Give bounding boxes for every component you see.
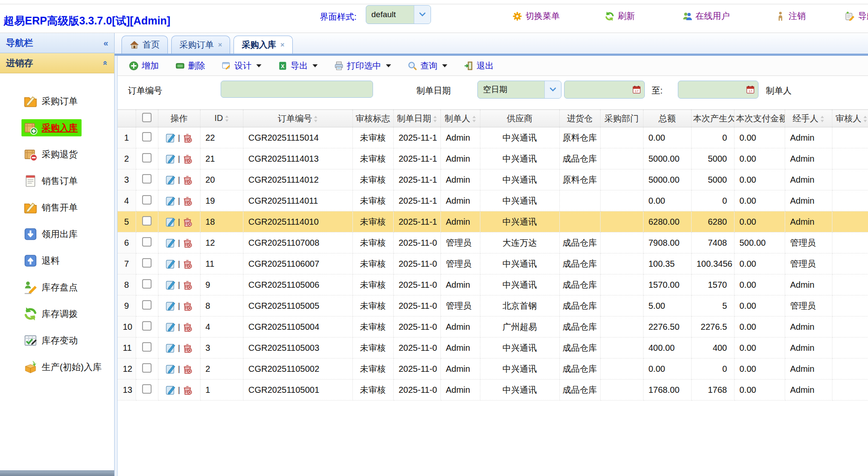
table-row[interactable]: 4|19CGR20251114011未审核2025-11-1Admin中兴通讯0… <box>118 190 868 211</box>
table-row[interactable]: 11|3CGR20251105003未审核2025-11-0Admin中兴通讯成… <box>118 337 868 359</box>
column-header-date[interactable]: 制单日期 <box>393 110 440 127</box>
edit-icon[interactable] <box>165 384 176 396</box>
sidebar-item-purchase-return[interactable]: 采购退货 <box>0 141 114 168</box>
trash-icon[interactable] <box>182 384 193 396</box>
row-checkbox[interactable] <box>142 258 152 268</box>
calendar-icon[interactable]: 17 <box>745 84 756 95</box>
sort-icon[interactable] <box>472 114 476 124</box>
edit-icon[interactable] <box>165 195 176 207</box>
sidebar-section-inventory[interactable]: 进销存 « <box>0 53 114 73</box>
close-icon[interactable]: × <box>218 41 222 49</box>
row-checkbox[interactable] <box>142 363 152 373</box>
style-select[interactable]: default <box>366 5 431 24</box>
trash-icon[interactable] <box>182 153 193 165</box>
sidebar-item-sales-billing[interactable]: 销售开单 <box>0 194 114 221</box>
sort-icon[interactable] <box>225 114 229 124</box>
date-mode-select[interactable]: 空日期 <box>477 81 561 99</box>
collapse-left-icon[interactable]: « <box>103 38 108 48</box>
row-checkbox[interactable] <box>142 237 152 247</box>
edit-icon[interactable] <box>165 174 176 186</box>
row-checkbox[interactable] <box>142 279 152 289</box>
table-row[interactable]: 8|9CGR20251105006未审核2025-11-0Admin中兴通讯成品… <box>118 274 868 295</box>
table-row[interactable]: 12|2CGR20251105002未审核2025-11-0Admin中兴通讯成… <box>118 359 868 380</box>
row-checkbox[interactable] <box>142 342 152 352</box>
close-icon[interactable]: × <box>280 41 284 49</box>
sort-icon[interactable] <box>820 114 824 124</box>
trash-icon[interactable] <box>182 258 193 270</box>
edit-icon[interactable] <box>165 279 176 291</box>
trash-icon[interactable] <box>182 279 193 291</box>
table-row[interactable]: 7|11CGR20251106007未审核2025-11-0管理员中兴通讯成品仓… <box>118 253 868 274</box>
column-header-handler[interactable]: 经手人 <box>785 110 832 127</box>
delete-button[interactable]: 删除 <box>175 60 205 72</box>
column-header-order-no[interactable]: 订单编号 <box>243 110 352 127</box>
topnav-online-users[interactable]: 在线用户 <box>682 10 730 22</box>
row-checkbox[interactable] <box>142 300 152 310</box>
row-checkbox[interactable] <box>142 132 152 142</box>
topnav-logout[interactable]: 注销 <box>775 10 806 22</box>
table-row[interactable]: 2|21CGR20251114013未审核2025-11-1Admin中兴通讯成… <box>118 148 868 169</box>
sidebar-item-requisition-outbound[interactable]: 领用出库 <box>0 221 114 247</box>
row-checkbox[interactable] <box>142 153 152 163</box>
edit-icon[interactable] <box>165 321 176 333</box>
sidebar-item-sales-order[interactable]: 销售订单 <box>0 168 114 194</box>
column-header-select[interactable] <box>136 110 158 127</box>
table-row[interactable]: 1|22CGR20251115014未审核2025-11-1Admin中兴通讯原… <box>118 127 868 148</box>
sidebar-item-stock-count[interactable]: 库存盘点 <box>0 274 114 301</box>
order-no-input[interactable] <box>221 81 373 98</box>
sidebar-item-purchase-inbound[interactable]: 采购入库 <box>0 114 114 141</box>
row-checkbox[interactable] <box>142 216 152 226</box>
sidebar-item-stock-transfer[interactable]: 库存调拨 <box>0 301 114 327</box>
topnav-switch-menu[interactable]: 切换菜单 <box>512 10 560 22</box>
edit-icon[interactable] <box>165 153 176 165</box>
design-button[interactable]: 设计 <box>222 60 261 72</box>
column-header-maker[interactable]: 制单人 <box>440 110 480 127</box>
tab-home[interactable]: 首页 <box>121 36 168 54</box>
edit-icon[interactable] <box>165 342 176 354</box>
table-row[interactable]: 5|18CGR20251114010未审核2025-11-1Admin中兴通讯6… <box>118 211 868 232</box>
trash-icon[interactable] <box>182 216 193 228</box>
trash-icon[interactable] <box>182 342 193 354</box>
trash-icon[interactable] <box>182 321 193 333</box>
column-header-auditor[interactable]: 审核人 <box>832 110 868 127</box>
table-row[interactable]: 3|20CGR20251114012未审核2025-11-1Admin中兴通讯原… <box>118 169 868 190</box>
sort-icon[interactable] <box>433 114 437 124</box>
export-button[interactable]: X导出 <box>278 60 318 72</box>
sidebar-scrollbar[interactable] <box>0 470 114 476</box>
select-all-checkbox[interactable] <box>142 113 152 122</box>
row-checkbox[interactable] <box>142 195 152 205</box>
trash-icon[interactable] <box>182 132 193 144</box>
sort-icon[interactable] <box>863 114 867 124</box>
edit-icon[interactable] <box>165 363 176 375</box>
sidebar-item-purchase-order[interactable]: 采购订单 <box>0 88 114 114</box>
edit-icon[interactable] <box>165 237 176 249</box>
row-checkbox[interactable] <box>142 384 152 394</box>
date-from-input[interactable] <box>565 81 631 99</box>
collapse-up-icon[interactable]: « <box>101 61 111 66</box>
query-button[interactable]: 查询 <box>407 60 447 72</box>
edit-icon[interactable] <box>165 258 176 270</box>
calendar-icon[interactable]: 17 <box>631 84 642 95</box>
trash-icon[interactable] <box>182 363 193 375</box>
topnav-nav-export[interactable]: 导航 <box>845 10 868 22</box>
edit-icon[interactable] <box>165 216 176 228</box>
table-row[interactable]: 13|1CGR20251105001未审核2025-11-0Admin中兴通讯成… <box>118 380 868 401</box>
tab-purchase-inbound[interactable]: 采购入库× <box>234 36 292 54</box>
edit-icon[interactable] <box>165 132 176 144</box>
table-row[interactable]: 9|8CGR20251105005未审核2025-11-0管理员北京首钢成品仓库… <box>118 295 868 316</box>
exit-button[interactable]: 退出 <box>464 60 494 72</box>
sidebar-item-material-return[interactable]: 退料 <box>0 247 114 274</box>
date-to-input[interactable] <box>678 81 745 99</box>
sidebar-item-production-inbound[interactable]: 生产(初始)入库 <box>0 354 114 380</box>
row-checkbox[interactable] <box>142 321 152 331</box>
topnav-refresh[interactable]: 刷新 <box>604 10 635 22</box>
trash-icon[interactable] <box>182 237 193 249</box>
trash-icon[interactable] <box>182 174 193 186</box>
table-row[interactable]: 10|4CGR20251105004未审核2025-11-0Admin广州超易成… <box>118 316 868 337</box>
tab-purchase-order[interactable]: 采购订单× <box>171 36 230 54</box>
trash-icon[interactable] <box>182 195 193 207</box>
trash-icon[interactable] <box>182 300 193 312</box>
print-selected-button[interactable]: 打印选中 <box>334 60 391 72</box>
add-button[interactable]: 增加 <box>129 60 159 72</box>
sidebar-item-stock-change[interactable]: 库存变动 <box>0 327 114 354</box>
